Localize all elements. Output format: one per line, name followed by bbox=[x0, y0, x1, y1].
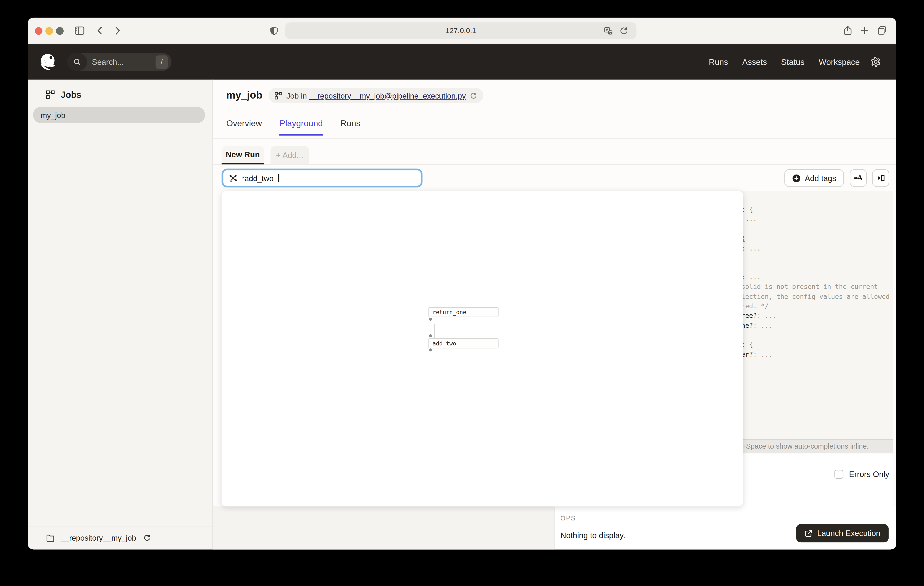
autocomplete-button[interactable]: ••A bbox=[850, 169, 867, 187]
sidebar: Jobs my_job __repository__my_job bbox=[28, 79, 213, 550]
badge-text: Job in __repository__my_job@pipeline_exe… bbox=[286, 91, 465, 100]
add-tags-button[interactable]: Add tags bbox=[784, 169, 844, 187]
repository-reload-icon[interactable] bbox=[143, 534, 151, 542]
main-area: my_job Job in __repository__my_job@pipel… bbox=[213, 79, 896, 550]
graph-edge bbox=[434, 324, 435, 338]
config-editor[interactable]: : {... {: ... : ...solid is not present … bbox=[731, 191, 893, 439]
search-shortcut-badge: / bbox=[155, 55, 168, 69]
errors-only-checkbox[interactable] bbox=[834, 470, 843, 479]
session-tab-add[interactable]: + Add... bbox=[271, 146, 309, 164]
editor-line: solid is not present in the current bbox=[731, 283, 893, 292]
share-icon[interactable] bbox=[843, 25, 853, 35]
repository-row[interactable]: __repository__my_job bbox=[28, 526, 212, 550]
ops-panel-title: OPS bbox=[561, 515, 576, 521]
playground-content: : {... {: ... : ...solid is not present … bbox=[213, 191, 896, 550]
job-tabs: OverviewPlaygroundRuns bbox=[226, 118, 361, 136]
autocomplete-icon: •• bbox=[854, 175, 857, 182]
session-tabs-row: New Run + Add... bbox=[213, 138, 896, 165]
launch-execution-label: Launch Execution bbox=[817, 529, 881, 538]
editor-line bbox=[731, 331, 893, 341]
errors-only-label: Errors Only bbox=[849, 470, 889, 479]
browser-chrome: 127.0.0.1 bbox=[28, 18, 896, 44]
screen: 127.0.0.1 bbox=[0, 0, 924, 586]
sidebar-header: Jobs bbox=[46, 89, 81, 99]
expand-panel-button[interactable] bbox=[872, 169, 889, 187]
sidebar-item-my_job[interactable]: my_job bbox=[33, 107, 205, 123]
ops-panel-empty-text: Nothing to display. bbox=[561, 531, 625, 540]
dagster-logo-icon[interactable] bbox=[38, 53, 57, 71]
jobs-list: my_job bbox=[33, 107, 205, 123]
sidebar-toggle-icon[interactable] bbox=[74, 25, 85, 36]
editor-line bbox=[731, 225, 893, 234]
errors-only-toggle[interactable]: Errors Only bbox=[834, 470, 889, 479]
editor-line: ne?: ... bbox=[731, 321, 893, 331]
add-tags-label: Add tags bbox=[805, 174, 836, 182]
folder-icon bbox=[46, 533, 54, 542]
jobs-icon bbox=[46, 90, 54, 99]
tab-playground[interactable]: Playground bbox=[279, 118, 323, 136]
browser-window: 127.0.0.1 bbox=[28, 18, 896, 550]
nav-item-runs[interactable]: Runs bbox=[709, 57, 728, 67]
sidebar-title: Jobs bbox=[61, 89, 81, 99]
plus-circle-icon bbox=[792, 174, 800, 182]
editor-line: ree?: ... bbox=[731, 311, 893, 321]
nav-item-assets[interactable]: Assets bbox=[742, 57, 767, 67]
editor-footer-area: Errors Only bbox=[731, 454, 893, 507]
graph-node-return-one[interactable]: return_one bbox=[429, 307, 498, 317]
nav-item-workspace[interactable]: Workspace bbox=[819, 57, 860, 67]
autocomplete-hint-bar: +Space to show auto-completions inline. bbox=[731, 439, 893, 453]
forward-button-icon[interactable] bbox=[112, 25, 122, 36]
editor-line bbox=[731, 263, 893, 273]
editor-line bbox=[731, 253, 893, 263]
text-cursor bbox=[278, 174, 279, 182]
output-port-dot bbox=[429, 318, 432, 321]
tab-overview[interactable]: Overview bbox=[226, 118, 262, 136]
address-bar[interactable]: 127.0.0.1 bbox=[285, 22, 636, 39]
translate-icon[interactable] bbox=[604, 26, 613, 35]
repository-name: __repository__my_job bbox=[61, 533, 136, 542]
panel-divider[interactable] bbox=[554, 508, 555, 550]
app-header: Search... / RunsAssetsStatusWorkspace bbox=[28, 44, 896, 79]
graph-node-add-two[interactable]: add_two bbox=[429, 338, 498, 348]
op-selector-row: *add_two Add tags ••A bbox=[213, 165, 896, 191]
back-button-icon[interactable] bbox=[95, 25, 106, 36]
privacy-shield-icon[interactable] bbox=[269, 26, 279, 35]
session-tab-new-run[interactable]: New Run bbox=[221, 146, 264, 164]
launch-execution-button[interactable]: Launch Execution bbox=[796, 524, 889, 542]
editor-line: : { bbox=[731, 340, 893, 350]
editor-line: { bbox=[731, 234, 893, 244]
op-selector-input[interactable]: *add_two bbox=[221, 169, 422, 188]
job-icon bbox=[275, 92, 282, 99]
search-placeholder: Search... bbox=[92, 58, 155, 66]
badge-reload-icon[interactable] bbox=[470, 92, 478, 99]
job-origin-badge: Job in __repository__my_job@pipeline_exe… bbox=[269, 88, 483, 103]
output-port-dot bbox=[429, 348, 432, 351]
minimize-button[interactable] bbox=[45, 27, 53, 35]
bottom-left-area bbox=[213, 507, 555, 550]
editor-line: ... bbox=[731, 215, 893, 225]
zoom-button[interactable] bbox=[56, 27, 64, 35]
input-port-dot bbox=[429, 334, 432, 337]
op-selector-value: *add_two bbox=[242, 174, 274, 182]
expand-panel-icon bbox=[876, 174, 885, 182]
graph-canvas[interactable]: return_one add_two bbox=[221, 191, 743, 507]
tab-overview-icon[interactable] bbox=[877, 25, 887, 35]
bottom-panel: OPS Nothing to display. Launch Execution bbox=[213, 507, 896, 550]
nav-item-status[interactable]: Status bbox=[781, 57, 804, 67]
close-button[interactable] bbox=[35, 27, 43, 35]
editor-line: : ... bbox=[731, 244, 893, 253]
url-text: 127.0.0.1 bbox=[446, 26, 476, 35]
search-icon bbox=[67, 53, 87, 71]
tab-runs[interactable]: Runs bbox=[340, 118, 360, 136]
external-link-icon bbox=[804, 529, 812, 538]
header-nav: RunsAssetsStatusWorkspace bbox=[709, 44, 860, 79]
editor-line: red. */ bbox=[731, 302, 893, 311]
search-input[interactable]: Search... / bbox=[67, 53, 172, 71]
op-selector-icon bbox=[229, 174, 237, 182]
new-tab-icon[interactable] bbox=[860, 25, 870, 35]
config-editor-pane: : {... {: ... : ...solid is not present … bbox=[731, 191, 893, 507]
gear-icon[interactable] bbox=[870, 56, 881, 67]
reload-icon[interactable] bbox=[619, 26, 628, 35]
editor-line: : { bbox=[731, 205, 893, 215]
repo-file-link[interactable]: __repository__my_job@pipeline_execution.… bbox=[309, 91, 465, 100]
